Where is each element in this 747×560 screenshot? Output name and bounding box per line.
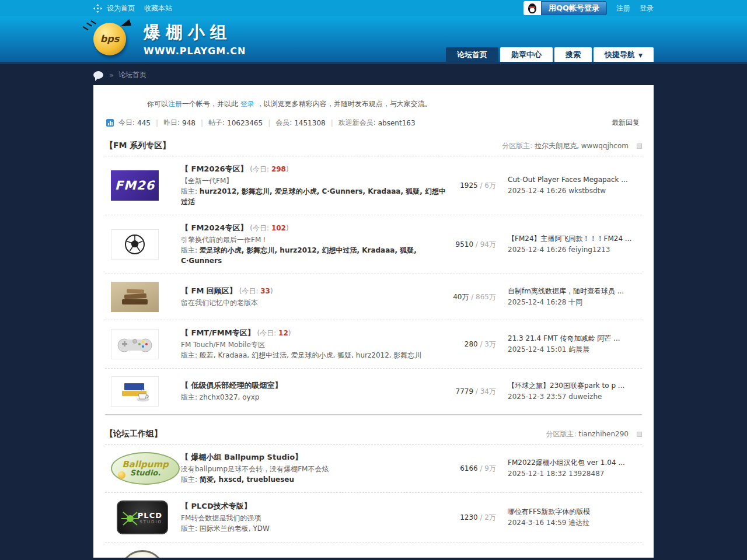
set-home-link[interactable]: 设为首页	[107, 4, 135, 13]
breadcrumb-forum-home[interactable]: 论坛首页	[118, 70, 146, 80]
bar-chart-icon	[106, 119, 114, 127]
forum-row-ballpump: Ballpump Studio. 【 爆棚小组 Ballpump Studio】…	[105, 444, 642, 493]
today-count: 102	[271, 224, 286, 232]
last-post-title[interactable]: 21.3 21.4 FMT 传奇加减龄 阿芒 ...	[508, 333, 642, 344]
category-title[interactable]: 【论坛工作组】	[105, 429, 162, 439]
moderators-label: 版主:	[181, 187, 200, 195]
tab-forum-home[interactable]: 论坛首页	[446, 47, 498, 62]
last-post-user[interactable]: duweizhe	[568, 393, 602, 401]
notice-login-link[interactable]: 登录	[240, 100, 254, 108]
forum-title[interactable]: 【 FMT/FMM专区】	[181, 328, 255, 337]
stat-posts-label: 帖子:	[208, 118, 225, 128]
main-nav: 论坛首页 勋章中心 搜索 快捷导航▼	[446, 47, 654, 62]
moderator-links[interactable]: 国际米兰的老板, YDW	[200, 524, 270, 533]
moderator-links[interactable]: zhchx0327, oyxp	[200, 393, 260, 401]
forum-title[interactable]: 【 FM2024专区】	[181, 223, 248, 232]
forum-row-fmt-fmm: 【 FMT/FMM专区】 (今日: 12) FM Touch/FM Mobile…	[105, 320, 642, 369]
topbar: 设为首页 收藏本站 用QQ帐号登录 注册 登录	[0, 0, 747, 16]
tab-search[interactable]: 搜索	[554, 47, 592, 62]
guest-notice: 你可以注册一个帐号，并以此 登录 ，以浏览更多精彩内容，并随时发布观点，与大家交…	[93, 85, 654, 109]
site-logo[interactable]: bps 爆棚小组 WWW.PLAYGM.CN	[93, 21, 246, 57]
collapse-toggle[interactable]	[637, 144, 642, 149]
register-link[interactable]: 注册	[616, 4, 630, 13]
tab-quick-nav[interactable]: 快捷导航▼	[594, 47, 654, 62]
latest-reply-toggle[interactable]: 最新回复	[612, 118, 640, 128]
last-post-title[interactable]: 哪位有FFS新款字体的版模	[508, 506, 642, 517]
qq-penguin-icon	[523, 1, 541, 15]
site-name: 爆棚小组	[144, 21, 246, 44]
old-books-icon[interactable]	[111, 282, 159, 312]
zone-moderators[interactable]: 拉尔夫朗尼克, wwwqqjhcom	[535, 142, 629, 150]
ballpump-studio-logo[interactable]: Ballpump Studio.	[111, 452, 180, 485]
last-post-date: 2025-12-4 16:28	[508, 298, 567, 306]
zone-moderators[interactable]: tianzhihen290	[578, 430, 629, 438]
last-post-title[interactable]: 【环球之旅】230国联赛park to p ...	[508, 380, 642, 391]
breadcrumb: » 论坛首页	[0, 64, 747, 85]
bookmark-link[interactable]: 收藏本站	[144, 4, 172, 13]
fm26-logo-icon[interactable]: FM26	[111, 170, 159, 201]
site-header: bps 爆棚小组 WWW.PLAYGM.CN 论坛首页 勋章中心 搜索 快捷导航…	[0, 16, 747, 64]
last-post-user[interactable]: 十同	[568, 298, 582, 306]
last-post-user[interactable]: 迪达拉	[568, 519, 589, 527]
forum-row-fm2026: FM26 【 FM2026专区】 (今日: 298) 【全新一代FM】 版主: …	[105, 156, 642, 215]
today-count: 298	[271, 165, 286, 173]
last-post-user[interactable]: 13928487	[568, 470, 604, 478]
forum-row-partial	[105, 542, 642, 558]
category-fm-series: 【FM 系列专区】 分区版主: 拉尔夫朗尼克, wwwqqjhcom FM26 …	[105, 135, 642, 414]
last-post-title[interactable]: 【FM24】主播阿飞同款！！！FM24 ...	[508, 233, 642, 244]
bps-ball-icon: bps	[93, 23, 126, 55]
today-count: 12	[278, 329, 288, 337]
forum-title[interactable]: 【 FM2026专区】	[181, 164, 248, 173]
forum-description: 没有ballpump足球不会转，没有爆棚FM不会炫	[181, 464, 449, 474]
forum-title[interactable]: 【 PLCD技术专版】	[181, 502, 252, 510]
last-post-title[interactable]: 自制fm离线数据库，随时查看球员 ...	[508, 286, 642, 297]
last-post-title[interactable]: Cut-Out Player Faces Megapack ...	[508, 174, 642, 186]
forum-counts: 9510 / 94万	[449, 240, 496, 250]
game-controller-icon[interactable]	[111, 329, 159, 359]
forum-title[interactable]: 【 爆棚小组 Ballpump Studio】	[181, 453, 302, 461]
login-link[interactable]: 登录	[640, 4, 654, 13]
last-post-user[interactable]: 屿晨晨	[568, 345, 589, 354]
stat-posts-value: 10623465	[227, 119, 263, 127]
moderator-links[interactable]: 爱足球的小虎, 影舞忘川, hurz2012, 幻想中过活, Kradaaa, …	[181, 246, 417, 265]
last-post-date: 2025-12-4 16:26	[508, 187, 567, 195]
last-post-date: 2025-12-3 23:57	[508, 393, 567, 401]
stat-yesterday-value: 948	[182, 119, 196, 127]
last-post-date: 2024-3-16 14:59	[508, 519, 567, 527]
round-logo-partial[interactable]	[120, 550, 165, 558]
forum-counts: 280 / 3万	[449, 340, 496, 349]
category-title[interactable]: 【FM 系列专区】	[105, 141, 170, 151]
forum-counts: 40万 / 865万	[449, 292, 496, 302]
speech-bubble-icon	[93, 71, 103, 79]
last-post-user[interactable]: wkstbsdtw	[568, 187, 606, 195]
moderator-links[interactable]: 简爱, hxscd, trueblueseu	[200, 475, 294, 484]
qq-login-button[interactable]: 用QQ帐号登录	[541, 1, 607, 15]
moderators-label: 版主:	[181, 393, 200, 401]
last-post-title[interactable]: FM2022爆棚小组汉化包 ver 1.04 ...	[508, 457, 642, 468]
category-workgroup: 【论坛工作组】 分区版主: tianzhihen290 Ballpump Stu…	[105, 423, 642, 558]
plcd-studio-logo[interactable]: PLCDSTUDIO	[117, 501, 168, 534]
tab-medal-center[interactable]: 勋章中心	[500, 47, 553, 62]
forum-description: 引擎换代前的最后一作FM！	[181, 235, 449, 245]
books-coffee-icon[interactable]	[111, 376, 159, 407]
soccer-ball-icon[interactable]	[111, 229, 159, 260]
forum-title[interactable]: 【 低级俱乐部经理的吸烟室】	[181, 381, 282, 390]
moderators-label: 版主:	[181, 351, 200, 359]
notice-register-link[interactable]: 注册	[168, 100, 182, 108]
forum-row-fm2024: 【 FM2024专区】 (今日: 102) 引擎换代前的最后一作FM！ 版主: …	[105, 215, 642, 274]
moderator-links[interactable]: 般若, Kradaaa, 幻想中过活, 爱足球的小虎, 狐疑, hurz2012…	[200, 351, 422, 359]
main-panel: 你可以注册一个帐号，并以此 登录 ，以浏览更多精彩内容，并随时发布观点，与大家交…	[93, 85, 654, 558]
moderator-links[interactable]: hurz2012, 影舞忘川, 爱足球的小虎, C·Gunners, Krada…	[181, 187, 446, 206]
zone-mod-label: 分区版主:	[546, 430, 578, 438]
last-post-date: 2025-12-4 16:26	[508, 246, 567, 254]
stat-today-label: 今日:	[118, 118, 135, 128]
chevron-down-icon: ▼	[638, 52, 643, 58]
forum-description: FM转会数据是我们的强项	[181, 513, 449, 523]
forum-counts: 7779 / 34万	[449, 387, 496, 397]
last-post-user[interactable]: feiying1213	[568, 246, 610, 254]
forum-description: 【全新一代FM】	[181, 176, 449, 186]
collapse-toggle[interactable]	[637, 432, 642, 437]
stat-members-value: 1451308	[294, 119, 325, 127]
newest-member-link[interactable]: absent163	[378, 119, 416, 127]
forum-title[interactable]: 【 FM 回顾区】	[181, 286, 237, 295]
